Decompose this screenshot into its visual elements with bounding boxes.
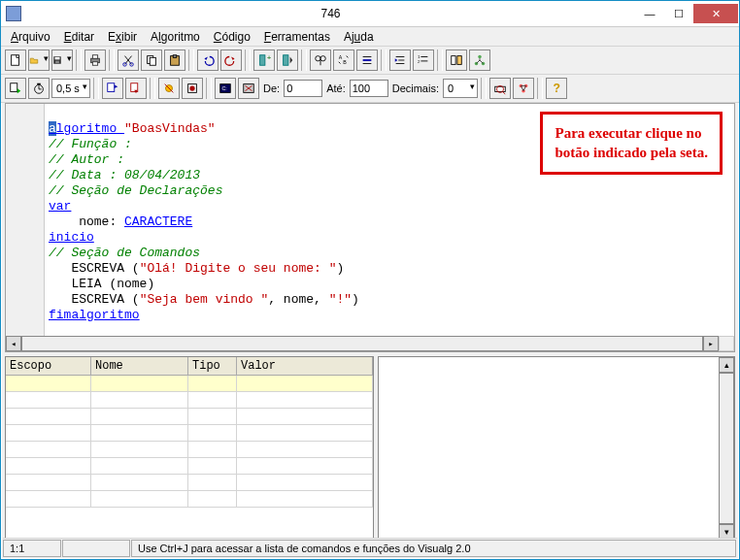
table-row[interactable]	[6, 458, 373, 475]
toolbar-main: + AB 12	[1, 47, 739, 75]
variables-icon[interactable]	[446, 49, 467, 71]
scroll-track[interactable]	[719, 373, 734, 524]
annotation-line1: Para executar clique no	[555, 124, 708, 144]
svg-rect-6	[92, 62, 97, 66]
editor-h-scrollbar[interactable]: ◂ ▸	[6, 336, 719, 351]
close-button[interactable]: ✕	[693, 4, 738, 23]
clear-breakpoints-icon[interactable]	[182, 78, 203, 99]
generate-values-icon[interactable]	[489, 78, 511, 99]
help-icon[interactable]: ?	[546, 78, 567, 99]
svg-point-16	[316, 56, 320, 61]
breakpoint-icon[interactable]	[158, 78, 180, 99]
status-modified	[62, 540, 130, 557]
table-row[interactable]	[6, 442, 373, 458]
table-row[interactable]	[6, 392, 373, 409]
col-escopo[interactable]: Escopo	[6, 357, 91, 375]
output-panel[interactable]: ▴ ▾ ◂ ▸	[378, 356, 735, 556]
goto-line-icon[interactable]	[356, 49, 378, 71]
menu-exibir[interactable]: Exibir	[102, 28, 143, 46]
svg-text:2: 2	[418, 59, 420, 64]
decimais-label: Decimais:	[390, 82, 441, 94]
editor-gutter	[6, 104, 45, 336]
window-title: 746	[26, 7, 635, 20]
print-icon[interactable]	[84, 49, 106, 71]
col-tipo[interactable]: Tipo	[188, 357, 237, 375]
ate-input[interactable]	[350, 80, 388, 97]
de-input[interactable]	[284, 80, 322, 97]
bookmark-next-icon[interactable]	[277, 49, 298, 71]
svg-rect-40	[37, 83, 41, 85]
table-row[interactable]	[6, 425, 373, 442]
bookmark-add-icon[interactable]: +	[253, 49, 275, 71]
save-icon[interactable]	[51, 49, 73, 71]
svg-rect-12	[173, 55, 177, 58]
code-content: algoritmo "BoasVindas" // Função : // Au…	[49, 106, 359, 339]
table-row[interactable]	[6, 409, 373, 425]
find-icon[interactable]	[310, 49, 331, 71]
scroll-track[interactable]	[21, 336, 703, 351]
menu-ferramentas[interactable]: Ferramentas	[258, 28, 336, 46]
run-icon[interactable]	[5, 78, 26, 99]
step-over-icon[interactable]	[102, 78, 123, 99]
svg-rect-41	[108, 83, 115, 92]
redo-icon[interactable]	[220, 49, 242, 71]
scroll-left-icon[interactable]: ◂	[6, 336, 21, 351]
cut-icon[interactable]	[118, 49, 139, 71]
app-icon	[6, 6, 21, 21]
title-bar: 746 — ☐ ✕	[1, 1, 739, 27]
bottom-panels: Escopo Nome Tipo Valor ◂ ▸	[5, 356, 735, 556]
svg-rect-31	[452, 56, 455, 65]
copy-icon[interactable]	[141, 49, 162, 71]
number-lines-icon[interactable]: 12	[413, 49, 434, 71]
svg-text:+: +	[267, 53, 271, 62]
scroll-right-icon[interactable]: ▸	[703, 336, 719, 351]
vars-header: Escopo Nome Tipo Valor	[6, 357, 373, 376]
decimais-combo[interactable]: 0	[443, 79, 478, 98]
col-nome[interactable]: Nome	[91, 357, 188, 375]
menu-editar[interactable]: Editar	[58, 28, 100, 46]
network-icon[interactable]	[513, 78, 534, 99]
svg-point-33	[478, 55, 482, 59]
variables-panel: Escopo Nome Tipo Valor ◂ ▸	[5, 356, 374, 556]
svg-rect-10	[150, 57, 155, 65]
clear-console-icon[interactable]	[238, 78, 259, 99]
dos-console-icon[interactable]: C:	[215, 78, 236, 99]
window-controls: — ☐ ✕	[635, 4, 738, 23]
menu-arquivo[interactable]: Arquivo	[5, 28, 56, 46]
svg-text:?: ?	[554, 82, 560, 95]
open-file-icon[interactable]	[28, 49, 50, 71]
svg-rect-2	[55, 57, 60, 60]
scroll-up-icon[interactable]: ▴	[719, 357, 734, 373]
menu-ajuda[interactable]: Ajuda	[338, 28, 380, 46]
output-v-scrollbar[interactable]: ▴ ▾	[719, 357, 734, 540]
indent-icon[interactable]	[389, 49, 411, 71]
undo-icon[interactable]	[197, 49, 219, 71]
scroll-corner	[719, 336, 734, 351]
status-bar: 1:1 Use Ctrl+J para acessar a lista de c…	[3, 538, 737, 557]
menu-bar: Arquivo Editar Exibir Algoritmo Código F…	[1, 27, 739, 47]
timer-icon[interactable]	[28, 78, 50, 99]
new-file-icon[interactable]	[5, 49, 26, 71]
col-valor[interactable]: Valor	[237, 357, 373, 375]
table-row[interactable]	[6, 475, 373, 491]
hierarchy-icon[interactable]	[469, 49, 490, 71]
vars-body[interactable]	[6, 376, 373, 540]
code-editor[interactable]: algoritmo "BoasVindas" // Função : // Au…	[5, 103, 735, 352]
table-row[interactable]	[6, 376, 373, 392]
table-row[interactable]	[6, 491, 373, 508]
menu-algoritmo[interactable]: Algoritmo	[145, 28, 206, 46]
svg-text:C:: C:	[222, 85, 227, 91]
svg-rect-3	[55, 61, 59, 64]
minimize-button[interactable]: —	[635, 4, 664, 23]
annotation-line2: botão indicado pela seta.	[555, 144, 708, 163]
delay-combo[interactable]: 0,5 s	[51, 79, 90, 98]
svg-rect-15	[284, 55, 288, 66]
menu-codigo[interactable]: Código	[208, 28, 256, 46]
replace-icon[interactable]: AB	[333, 49, 354, 71]
svg-rect-36	[11, 83, 17, 92]
status-hint: Use Ctrl+J para acessar a lista de coman…	[131, 540, 736, 557]
annotation-box: Para executar clique no botão indicado p…	[540, 112, 723, 175]
step-into-icon[interactable]	[125, 78, 147, 99]
maximize-button[interactable]: ☐	[664, 4, 693, 23]
paste-icon[interactable]	[164, 49, 185, 71]
